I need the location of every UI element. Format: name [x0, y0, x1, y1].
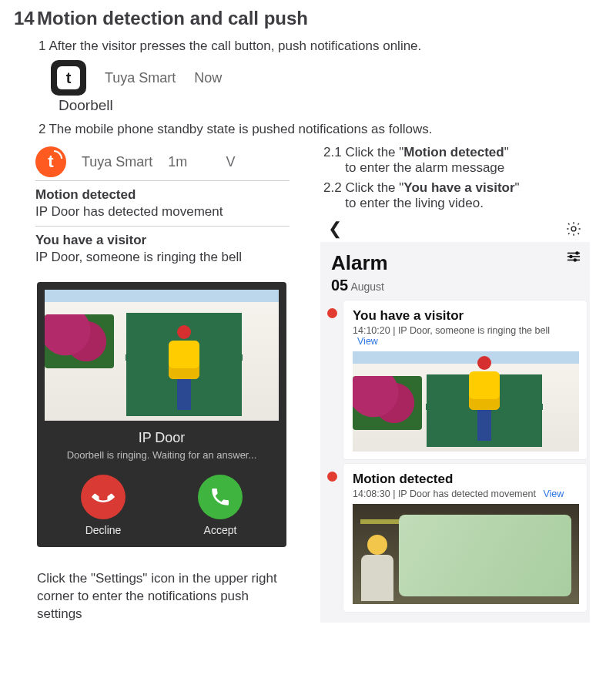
alarm-date: 05 August	[320, 277, 590, 300]
view-link[interactable]: View	[543, 489, 564, 499]
decline-button[interactable]: Decline	[81, 475, 126, 536]
notif-title: Doorbell	[59, 97, 602, 114]
alarm-thumbnail	[353, 504, 579, 604]
settings-icon[interactable]	[565, 220, 582, 237]
step-2-text: The mobile phone standby state is pushed…	[49, 122, 432, 136]
settings-hint: Click the "Settings" icon in the upper r…	[37, 570, 283, 623]
alert-dot-icon	[327, 308, 337, 318]
notif-card-visitor[interactable]: You have a visitor IP Door, someone is r…	[35, 226, 290, 271]
notif-card-title: You have a visitor	[35, 233, 290, 248]
calling-status: Doorbell is ringing. Waiting for an answ…	[45, 449, 279, 461]
accept-button[interactable]: Accept	[198, 475, 243, 536]
svg-point-6	[574, 259, 576, 261]
alarm-heading: Alarm	[331, 251, 388, 275]
step-1-text: After the visitor presses the call butto…	[49, 39, 421, 53]
svg-point-0	[571, 227, 576, 231]
calling-device-name: IP Door	[45, 430, 279, 446]
section-title: Motion detection and call push	[37, 8, 308, 29]
notif-card-title: Motion detected	[35, 187, 290, 203]
step-2: 2The mobile phone standby state is pushe…	[38, 122, 602, 137]
view-link[interactable]: View	[357, 336, 378, 347]
incoming-call-screen: IP Door Doorbell is ringing. Waiting for…	[37, 282, 286, 547]
phone-hangup-icon	[88, 482, 119, 512]
alarm-item-meta: 14:10:20 | IP Door, someone is ringing t…	[353, 325, 579, 347]
svg-point-5	[570, 256, 572, 258]
tuya-app-icon: t	[51, 60, 86, 96]
notif-app-name: Tuya Smart	[105, 70, 176, 86]
camera-preview-image	[45, 290, 279, 421]
tuya-app-icon-round: t	[35, 146, 66, 177]
notif2-time: 1m	[168, 154, 187, 170]
substep-2-2: 2.2 Click the "You have a visitor" to en…	[323, 180, 598, 211]
notif-card-body: IP Door, someone is ringing the bell	[35, 250, 290, 265]
alarm-thumbnail	[353, 351, 579, 452]
filter-icon[interactable]	[567, 251, 581, 265]
step-1-num: 1	[38, 39, 45, 53]
alarm-item-title: Motion detected	[353, 472, 579, 487]
substep-2-1: 2.1 Click the "Motion detected" to enter…	[323, 145, 598, 176]
notif-time: Now	[194, 70, 222, 86]
alarm-item-meta: 14:08:30 | IP Door has detected movement…	[353, 489, 579, 499]
back-icon[interactable]: ❮	[328, 219, 342, 239]
alarm-screen: ❮ Alarm 05 August	[320, 216, 590, 623]
push-notif-preview-2: t Tuya Smart 1m V	[35, 146, 306, 177]
alarm-item-motion[interactable]: Motion detected 14:08:30 | IP Door has d…	[320, 464, 590, 616]
notif-card-body: IP Door has detected movement	[35, 204, 290, 220]
phone-icon	[209, 486, 231, 508]
accept-label: Accept	[204, 524, 237, 536]
notif-card-motion[interactable]: Motion detected IP Door has detected mov…	[35, 180, 290, 226]
section-number: 14	[14, 8, 37, 29]
svg-point-4	[576, 252, 578, 254]
push-notif-preview-1: t Tuya Smart Now	[51, 60, 602, 96]
decline-label: Decline	[85, 524, 122, 536]
alarm-item-title: You have a visitor	[353, 308, 579, 324]
section-heading: 14Motion detection and call push	[14, 8, 602, 29]
alarm-item-visitor[interactable]: You have a visitor 14:10:20 | IP Door, s…	[320, 300, 590, 464]
step-1: 1After the visitor presses the call butt…	[38, 39, 602, 54]
chevron-down-icon: V	[226, 154, 235, 170]
notif2-app: Tuya Smart	[82, 154, 152, 170]
alert-dot-icon	[327, 472, 337, 482]
step-2-num: 2	[38, 122, 45, 136]
